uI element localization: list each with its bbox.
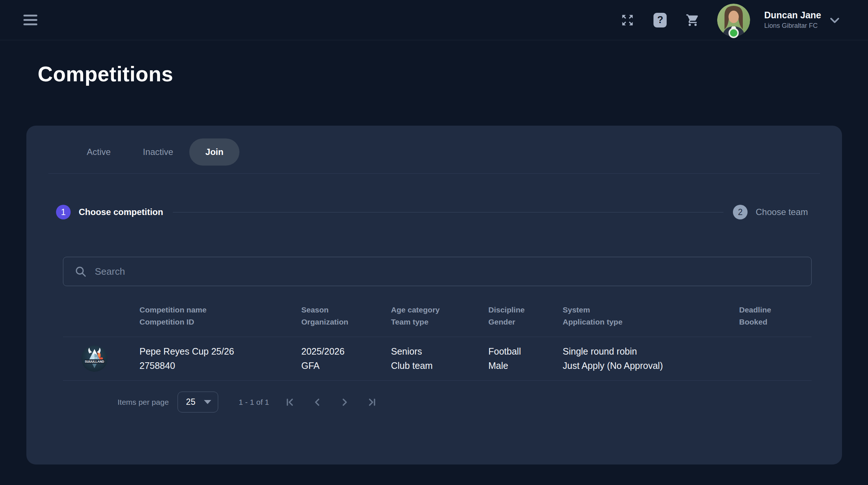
dropdown-caret-icon <box>204 400 211 404</box>
menu-button[interactable] <box>22 13 39 27</box>
step-connector <box>173 212 724 212</box>
tab-active[interactable]: Active <box>71 138 127 166</box>
competition-id: 2758840 <box>139 359 301 373</box>
team-logo: TEAM SUUULLAND <box>81 345 108 372</box>
discipline: Football <box>488 344 563 359</box>
header-competition: Competition name Competition ID <box>139 304 301 328</box>
hamburger-icon <box>23 15 37 16</box>
header-age-category: Age category Team type <box>391 304 488 328</box>
header-deadline: Deadline Booked <box>739 304 812 328</box>
cart-button[interactable] <box>686 13 700 27</box>
svg-text:TEAM: TEAM <box>92 357 97 359</box>
user-organization: Lions Gibraltar FC <box>764 22 821 30</box>
header-season: Season Organization <box>301 304 391 328</box>
topbar-actions: ? <box>601 4 841 37</box>
first-page-button[interactable] <box>284 396 296 408</box>
chevron-right-icon <box>339 396 350 408</box>
step-2-circle: 2 <box>733 205 748 219</box>
gender: Male <box>488 359 563 373</box>
stepper: 1 Choose competition 2 Choose team <box>56 205 808 219</box>
user-avatar[interactable] <box>717 4 750 37</box>
table-row[interactable]: TEAM SUUULLAND Pepe Reyes Cup 25/26 2758… <box>63 337 812 381</box>
step-1-circle: 1 <box>56 205 71 219</box>
table-header-row: Competition name Competition ID Season O… <box>63 304 812 337</box>
search-box <box>63 257 812 286</box>
fullscreen-icon <box>621 13 634 27</box>
search-icon <box>74 265 87 278</box>
cell-discipline: Football Male <box>488 344 563 373</box>
cell-age-category: Seniors Club team <box>391 344 488 373</box>
pagination: Items per page 25 1 - 1 of 1 <box>63 392 812 412</box>
tab-inactive[interactable]: Inactive <box>127 138 189 166</box>
page-title: Competitions <box>38 62 173 86</box>
team-type: Club team <box>391 359 488 373</box>
cell-system: Single round robin Just Apply (No Approv… <box>563 344 739 373</box>
fullscreen-button[interactable] <box>621 13 634 27</box>
cell-season: 2025/2026 GFA <box>301 344 391 373</box>
next-page-button[interactable] <box>339 396 350 408</box>
user-name: Duncan Jane <box>764 10 821 21</box>
user-menu-toggle[interactable] <box>828 14 841 26</box>
items-per-page-label: Items per page <box>118 398 169 407</box>
cart-icon <box>686 13 700 27</box>
help-button[interactable]: ? <box>653 13 667 27</box>
page-header: Competitions <box>0 40 868 107</box>
first-page-icon <box>284 396 296 408</box>
season: 2025/2026 <box>301 344 391 359</box>
application-type: Just Apply (No Approval) <box>563 359 739 373</box>
last-page-button[interactable] <box>366 396 377 408</box>
tab-divider <box>48 173 820 174</box>
svg-text:SUUULLAND: SUUULLAND <box>85 360 104 363</box>
competitions-card: Active Inactive Join 1 Choose competitio… <box>26 126 842 464</box>
chevron-left-icon <box>312 396 323 408</box>
step-choose-competition[interactable]: 1 Choose competition <box>56 205 163 219</box>
cell-competition: Pepe Reyes Cup 25/26 2758840 <box>139 344 301 373</box>
page-size-select[interactable]: 25 <box>178 392 218 412</box>
topbar: ? <box>0 0 868 40</box>
age-category: Seniors <box>391 344 488 359</box>
header-discipline: Discipline Gender <box>488 304 563 328</box>
last-page-icon <box>366 396 377 408</box>
page-size-value: 25 <box>186 397 195 407</box>
step-2-label: Choose team <box>756 207 808 217</box>
organization: GFA <box>301 359 391 373</box>
header-system: System Application type <box>563 304 739 328</box>
search-input[interactable] <box>95 266 800 277</box>
user-menu[interactable]: Duncan Jane Lions Gibraltar FC <box>764 10 821 30</box>
previous-page-button[interactable] <box>312 396 323 408</box>
tab-bar: Active Inactive Join <box>71 138 842 166</box>
help-icon: ? <box>653 13 667 27</box>
chevron-down-icon <box>828 14 841 26</box>
step-choose-team[interactable]: 2 Choose team <box>733 205 808 219</box>
system: Single round robin <box>563 344 739 359</box>
competition-name: Pepe Reyes Cup 25/26 <box>139 344 301 359</box>
tab-join[interactable]: Join <box>189 138 239 166</box>
pagination-range: 1 - 1 of 1 <box>239 398 269 407</box>
competitions-table: Competition name Competition ID Season O… <box>63 304 812 412</box>
step-1-label: Choose competition <box>79 207 163 217</box>
online-status-dot <box>729 28 739 38</box>
